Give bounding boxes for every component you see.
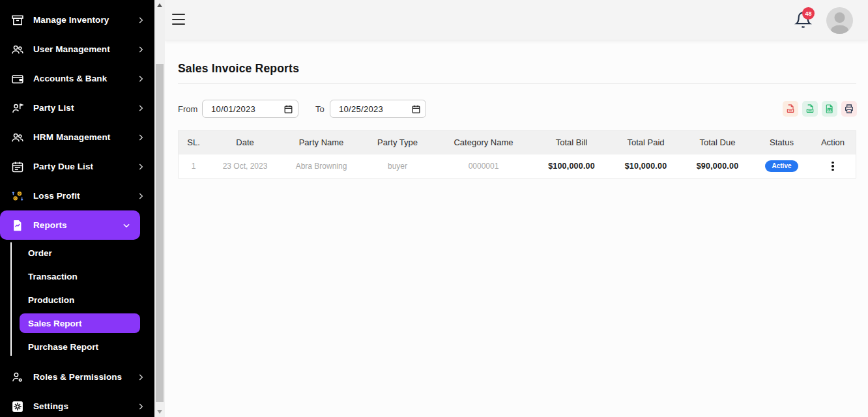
sidebar-item-label: Settings <box>33 401 68 411</box>
scrollbar-thumb[interactable] <box>156 64 164 402</box>
cell-category-name: 0000001 <box>434 154 533 178</box>
sidebar-item-label: Roles & Permissions <box>33 372 122 382</box>
column-header-party-type: Party Type <box>361 131 434 154</box>
to-label: To <box>315 104 325 114</box>
main-content: 48 Sales Invoice Reports From To <box>165 0 868 417</box>
hamburger-menu-icon[interactable] <box>172 14 185 25</box>
column-header-total-paid: Total Paid <box>610 131 682 154</box>
chevron-right-icon <box>136 162 145 171</box>
cell-sl: 1 <box>179 154 209 178</box>
submenu-item-label: Transaction <box>28 272 78 281</box>
hrm-users-icon <box>10 130 24 144</box>
chevron-down-icon <box>122 221 131 230</box>
sidebar-item-hrm-management[interactable]: HRM Management <box>0 122 154 152</box>
export-csv-button[interactable] <box>802 101 818 117</box>
submenu-item-transaction[interactable]: Transaction <box>0 265 154 288</box>
calendar-icon <box>10 160 24 173</box>
to-date-value[interactable] <box>330 104 411 114</box>
column-header-category-name: Category Name <box>434 131 533 154</box>
party-flag-icon <box>10 101 24 115</box>
chevron-right-icon <box>136 402 145 411</box>
gear-icon <box>10 399 24 413</box>
chevron-right-icon <box>136 45 145 54</box>
sidebar: Manage Inventory User Management Account… <box>0 0 154 417</box>
sidebar-item-party-due-list[interactable]: Party Due List <box>0 152 154 181</box>
submenu-item-label: Order <box>28 248 52 258</box>
cell-status: Active <box>753 154 810 178</box>
topbar: 48 <box>165 0 868 40</box>
report-file-icon <box>10 218 24 232</box>
cell-action <box>810 154 856 178</box>
column-header-action: Action <box>810 131 856 154</box>
notification-count-badge: 48 <box>802 7 815 20</box>
users-icon <box>10 42 24 56</box>
export-pdf-button[interactable] <box>783 101 798 117</box>
sidebar-item-label: HRM Management <box>33 132 110 142</box>
column-header-sl: SL. <box>179 131 209 154</box>
export-excel-button[interactable] <box>822 101 837 117</box>
cell-total-due: $90,000.00 <box>682 154 753 178</box>
from-label: From <box>178 104 197 114</box>
chevron-right-icon <box>136 74 145 83</box>
print-button[interactable] <box>841 101 857 117</box>
printer-icon <box>844 104 854 114</box>
cell-total-paid: $10,000.00 <box>610 154 682 178</box>
sidebar-item-user-management[interactable]: User Management <box>0 35 154 64</box>
column-header-total-bill: Total Bill <box>533 131 610 154</box>
sidebar-item-label: Loss Profit <box>33 191 80 201</box>
sidebar-item-party-list[interactable]: Party List <box>0 93 154 122</box>
sales-report-table: SL. Date Party Name Party Type Category … <box>178 130 856 179</box>
sidebar-item-manage-inventory[interactable]: Manage Inventory <box>0 5 154 35</box>
column-header-status: Status <box>753 131 810 154</box>
scrollbar-up-arrow-icon[interactable] <box>157 3 162 7</box>
app-window: Manage Inventory User Management Account… <box>0 0 868 417</box>
wallet-icon <box>10 72 24 85</box>
submenu-item-production[interactable]: Production <box>0 288 154 311</box>
sidebar-item-reports[interactable]: Reports <box>0 210 140 240</box>
page-title: Sales Invoice Reports <box>178 62 299 76</box>
row-actions-kebab-icon[interactable] <box>829 159 836 173</box>
sidebar-item-label: Party List <box>33 103 74 113</box>
notifications-button[interactable]: 48 <box>794 11 815 32</box>
sidebar-item-accounts-bank[interactable]: Accounts & Bank <box>0 64 154 93</box>
sidebar-item-label: User Management <box>33 44 110 54</box>
table-header-row: SL. Date Party Name Party Type Category … <box>179 131 856 154</box>
to-date-input[interactable] <box>330 100 426 118</box>
calendar-picker-icon[interactable] <box>283 104 298 114</box>
sidebar-item-label: Party Due List <box>33 162 93 171</box>
chevron-right-icon <box>136 133 145 142</box>
cell-party-type: buyer <box>361 154 434 178</box>
from-date-value[interactable] <box>203 104 283 114</box>
submenu-item-order[interactable]: Order <box>0 241 154 265</box>
column-header-total-due: Total Due <box>682 131 753 154</box>
chevron-right-icon <box>136 373 145 382</box>
calendar-picker-icon[interactable] <box>411 104 426 114</box>
csv-file-icon <box>805 104 815 114</box>
coins-arrows-icon <box>10 189 24 203</box>
from-date-input[interactable] <box>202 100 298 118</box>
sidebar-item-settings[interactable]: Settings <box>0 392 154 417</box>
chevron-right-icon <box>136 16 145 25</box>
submenu-item-purchase-report[interactable]: Purchase Report <box>0 335 154 358</box>
sidebar-scrollbar[interactable] <box>154 0 165 417</box>
column-header-date: Date <box>209 131 282 154</box>
status-badge: Active <box>765 160 798 172</box>
sidebar-item-roles-permissions[interactable]: Roles & Permissions <box>0 362 154 392</box>
user-avatar[interactable] <box>826 7 853 34</box>
pdf-file-icon <box>785 104 796 114</box>
chevron-right-icon <box>136 192 145 201</box>
sidebar-item-label: Accounts & Bank <box>33 74 107 83</box>
table-row: 1 23 Oct, 2023 Abra Browning buyer 00000… <box>179 154 856 178</box>
sidebar-item-loss-profit[interactable]: Loss Profit <box>0 181 154 210</box>
sidebar-item-label: Manage Inventory <box>33 15 109 25</box>
inventory-icon <box>10 13 24 27</box>
submenu-item-sales-report[interactable]: Sales Report <box>20 313 140 333</box>
submenu-item-label: Sales Report <box>28 319 82 328</box>
cell-party-name: Abra Browning <box>282 154 361 178</box>
reports-submenu: Order Transaction Production Sales Repor… <box>0 240 154 362</box>
cell-total-bill: $100,000.00 <box>533 154 610 178</box>
submenu-item-label: Purchase Report <box>28 342 98 352</box>
title-divider <box>178 83 856 84</box>
avatar-silhouette-icon <box>826 7 853 34</box>
scrollbar-down-arrow-icon[interactable] <box>157 410 162 414</box>
